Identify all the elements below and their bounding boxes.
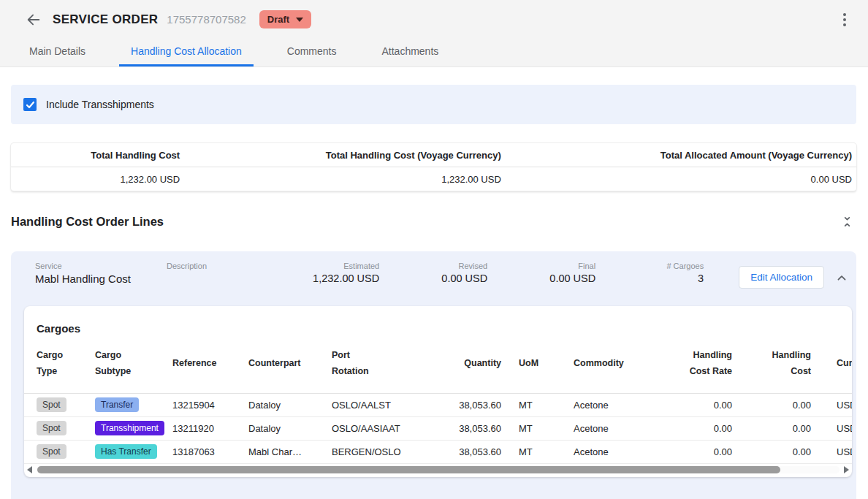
cargo-subtype-badge: Has Transfer (95, 444, 157, 459)
col-handling-cost-rate: Handling Cost Rate (687, 348, 732, 380)
cell-currency: USD (827, 393, 852, 416)
cell-handling-cost: 0.00 (745, 393, 827, 416)
cell-counterpart: Dataloy (248, 416, 332, 440)
tab-main-details[interactable]: Main Details (18, 37, 97, 66)
total-handling-cost-voyage-value: 1,232.00 USD (184, 167, 506, 191)
total-handling-cost-voyage-header: Total Handling Cost (Voyage Currency) (184, 143, 506, 167)
scrollbar-thumb[interactable] (37, 466, 780, 473)
col-handling-cost: Handling Cost (766, 348, 811, 380)
arrow-left-icon (26, 12, 42, 28)
revised-value: 0.00 USD (379, 273, 487, 284)
order-number: 1755778707582 (167, 13, 245, 26)
total-handling-cost-header: Total Handling Cost (11, 143, 184, 167)
cargo-subtype-badge: Transfer (95, 397, 139, 412)
final-label: Final (487, 262, 595, 270)
cell-currency: USD (827, 440, 852, 463)
scroll-right-arrow-icon[interactable] (844, 466, 849, 473)
scroll-left-arrow-icon[interactable] (27, 466, 32, 473)
cell-commodity: Acetone (563, 440, 665, 463)
revised-label: Revised (379, 262, 487, 270)
kebab-menu-icon[interactable] (840, 10, 849, 29)
col-cargo-type: Cargo Type (37, 348, 72, 380)
status-label: Draft (267, 14, 289, 25)
cell-counterpart: Mabl Char… (248, 440, 332, 463)
unfold-less-icon[interactable] (838, 213, 856, 230)
col-commodity: Commodity (574, 356, 624, 372)
content: Include Transshipments Total Handling Co… (0, 67, 868, 499)
table-row[interactable]: SpotHas Transfer13187063Mabl Char…BERGEN… (24, 440, 852, 463)
service-value: Mabl Handling Cost (35, 273, 167, 285)
back-button[interactable] (25, 11, 42, 28)
page-title: SERVICE ORDER (53, 12, 158, 27)
table-row[interactable]: SpotTransfer13215904DataloyOSLO/AALST38,… (24, 393, 852, 416)
cell-handling-cost: 0.00 (745, 440, 827, 463)
col-currency: Currency (837, 356, 852, 372)
final-value: 0.00 USD (487, 273, 595, 284)
cell-quantity: 38,053.60 (418, 393, 504, 416)
totals-card: Total Handling Cost Total Handling Cost … (11, 143, 856, 191)
cargo-type-badge: Spot (37, 444, 66, 459)
cargoes-title: Cargoes (24, 306, 852, 335)
checkmark-icon (26, 100, 35, 110)
table-row[interactable]: SpotTransshipment13211920DataloyOSLO/AAS… (24, 416, 852, 440)
total-handling-cost-value: 1,232.00 USD (11, 167, 184, 191)
horizontal-scrollbar[interactable] (27, 465, 849, 475)
cell-commodity: Acetone (563, 393, 665, 416)
estimated-value: 1,232.00 USD (271, 273, 379, 284)
cell-reference: 13211920 (172, 416, 248, 440)
cell-reference: 13215904 (172, 393, 248, 416)
cargoes-card: Cargoes Cargo Type Cargo Subtype Referen… (24, 306, 852, 477)
cell-quantity: 38,053.60 (418, 416, 504, 440)
cell-reference: 13187063 (172, 440, 248, 463)
cargoes-table: Cargo Type Cargo Subtype Reference Count… (24, 335, 852, 464)
cargo-type-badge: Spot (37, 421, 66, 435)
tab-comments[interactable]: Comments (275, 37, 349, 66)
cell-counterpart: Dataloy (248, 393, 332, 416)
cell-handling-cost-rate: 0.00 (665, 393, 745, 416)
col-quantity: Quantity (464, 356, 501, 372)
col-uom: UoM (519, 356, 538, 372)
description-label: Description (167, 262, 271, 270)
cargo-subtype-badge: Has Transfer (95, 440, 172, 463)
table-header-row: Cargo Type Cargo Subtype Reference Count… (24, 335, 852, 393)
cell-port-rotation: BERGEN/OSLO (332, 440, 418, 463)
col-cargo-subtype: Cargo Subtype (95, 348, 139, 380)
col-port-rotation: Port Rotation (332, 348, 377, 380)
chevron-up-icon[interactable] (833, 269, 850, 286)
order-line-card: Service Mabl Handling Cost Description E… (11, 251, 856, 499)
include-transshipments-label: Include Transshipments (46, 99, 154, 110)
status-badge[interactable]: Draft (259, 10, 311, 28)
section-title: Handling Cost Order Lines (11, 215, 164, 229)
title-row: SERVICE ORDER 1755778707582 Draft (0, 0, 868, 37)
cargo-type-badge: Spot (24, 416, 95, 440)
service-label: Service (35, 262, 167, 270)
cell-commodity: Acetone (563, 416, 665, 440)
include-transshipments-row: Include Transshipments (11, 85, 856, 124)
include-transshipments-checkbox[interactable] (23, 98, 37, 111)
order-line-summary: Service Mabl Handling Cost Description E… (11, 251, 856, 306)
cargo-type-badge: Spot (24, 440, 95, 463)
cargo-type-badge: Spot (37, 397, 66, 412)
cargo-subtype-badge: Transshipment (95, 416, 172, 440)
tab-bar: Main Details Handling Cost Allocation Co… (0, 37, 868, 66)
caret-down-icon (296, 18, 303, 22)
estimated-label: Estimated (271, 262, 379, 270)
col-reference: Reference (172, 356, 216, 372)
scrollbar-track[interactable] (37, 466, 840, 473)
cell-currency: USD (827, 416, 852, 440)
cargo-type-badge: Spot (24, 393, 95, 416)
edit-allocation-button[interactable]: Edit Allocation (739, 266, 824, 289)
cell-handling-cost: 0.00 (745, 416, 827, 440)
cell-handling-cost-rate: 0.00 (665, 416, 745, 440)
section-header: Handling Cost Order Lines (11, 213, 856, 230)
total-allocated-amount-value: 0.00 USD (506, 167, 856, 191)
tab-handling-cost-allocation[interactable]: Handling Cost Allocation (119, 37, 254, 66)
cell-quantity: 38,053.60 (418, 440, 504, 463)
cell-handling-cost-rate: 0.00 (665, 440, 745, 463)
cell-uom: MT (504, 416, 563, 440)
cell-port-rotation: OSLO/AASIAAT (332, 416, 418, 440)
tab-attachments[interactable]: Attachments (370, 37, 450, 66)
cargo-count-label: # Cargoes (595, 262, 704, 270)
total-allocated-amount-header: Total Allocated Amount (Voyage Currency) (506, 143, 856, 167)
cargo-subtype-badge: Transshipment (95, 421, 164, 435)
